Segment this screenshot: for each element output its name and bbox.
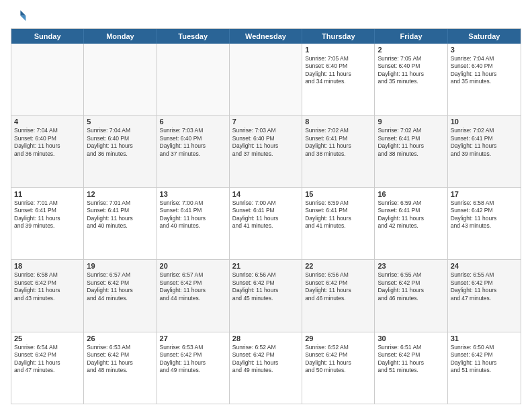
day-cell-21: 21Sunrise: 6:56 AM Sunset: 6:42 PM Dayli… xyxy=(230,260,302,331)
cell-content: Sunrise: 6:55 AM Sunset: 6:42 PM Dayligh… xyxy=(451,271,518,302)
day-number: 31 xyxy=(451,334,518,342)
empty-cell xyxy=(157,44,230,115)
logo-icon xyxy=(11,8,27,24)
day-cell-11: 11Sunrise: 7:01 AM Sunset: 6:41 PM Dayli… xyxy=(11,188,84,259)
day-cell-17: 17Sunrise: 6:58 AM Sunset: 6:42 PM Dayli… xyxy=(448,188,521,259)
day-number: 7 xyxy=(232,118,299,126)
day-number: 6 xyxy=(160,118,226,126)
empty-cell xyxy=(84,44,157,115)
day-cell-30: 30Sunrise: 6:51 AM Sunset: 6:42 PM Dayli… xyxy=(375,332,447,404)
cell-content: Sunrise: 7:02 AM Sunset: 6:41 PM Dayligh… xyxy=(451,127,518,158)
day-number: 30 xyxy=(378,334,444,342)
day-cell-25: 25Sunrise: 6:54 AM Sunset: 6:42 PM Dayli… xyxy=(11,332,84,404)
day-number: 20 xyxy=(160,262,226,270)
day-cell-5: 5Sunrise: 7:04 AM Sunset: 6:40 PM Daylig… xyxy=(84,116,157,187)
day-number: 8 xyxy=(305,118,371,126)
day-cell-1: 1Sunrise: 7:05 AM Sunset: 6:40 PM Daylig… xyxy=(302,44,375,115)
cell-content: Sunrise: 6:52 AM Sunset: 6:42 PM Dayligh… xyxy=(232,344,299,375)
cell-content: Sunrise: 6:59 AM Sunset: 6:41 PM Dayligh… xyxy=(378,199,444,230)
cell-content: Sunrise: 7:02 AM Sunset: 6:41 PM Dayligh… xyxy=(378,127,444,158)
day-number: 27 xyxy=(160,334,226,342)
day-cell-19: 19Sunrise: 6:57 AM Sunset: 6:42 PM Dayli… xyxy=(84,260,157,331)
day-number: 11 xyxy=(14,190,81,198)
cell-content: Sunrise: 7:05 AM Sunset: 6:40 PM Dayligh… xyxy=(378,55,444,86)
day-cell-23: 23Sunrise: 6:55 AM Sunset: 6:42 PM Dayli… xyxy=(375,260,447,331)
day-number: 3 xyxy=(451,46,518,54)
top-section xyxy=(11,8,521,24)
day-number: 10 xyxy=(451,118,518,126)
cell-content: Sunrise: 6:59 AM Sunset: 6:41 PM Dayligh… xyxy=(305,199,371,230)
cell-content: Sunrise: 6:54 AM Sunset: 6:42 PM Dayligh… xyxy=(14,344,81,375)
day-cell-16: 16Sunrise: 6:59 AM Sunset: 6:41 PM Dayli… xyxy=(375,188,447,259)
calendar-row-3: 11Sunrise: 7:01 AM Sunset: 6:41 PM Dayli… xyxy=(11,188,521,260)
cell-content: Sunrise: 6:57 AM Sunset: 6:42 PM Dayligh… xyxy=(87,271,153,302)
day-number: 24 xyxy=(451,262,518,270)
day-number: 25 xyxy=(14,334,81,342)
day-number: 19 xyxy=(87,262,153,270)
cell-content: Sunrise: 7:04 AM Sunset: 6:40 PM Dayligh… xyxy=(451,55,518,86)
day-number: 17 xyxy=(451,190,518,198)
header-cell-thursday: Thursday xyxy=(302,29,375,44)
day-cell-28: 28Sunrise: 6:52 AM Sunset: 6:42 PM Dayli… xyxy=(230,332,302,404)
day-number: 29 xyxy=(305,334,371,342)
cell-content: Sunrise: 6:53 AM Sunset: 6:42 PM Dayligh… xyxy=(160,344,226,375)
day-number: 12 xyxy=(87,190,153,198)
day-cell-6: 6Sunrise: 7:03 AM Sunset: 6:40 PM Daylig… xyxy=(157,116,230,187)
day-cell-2: 2Sunrise: 7:05 AM Sunset: 6:40 PM Daylig… xyxy=(375,44,447,115)
day-cell-8: 8Sunrise: 7:02 AM Sunset: 6:41 PM Daylig… xyxy=(302,116,375,187)
empty-cell xyxy=(11,44,84,115)
header-cell-wednesday: Wednesday xyxy=(230,29,302,44)
cell-content: Sunrise: 6:56 AM Sunset: 6:42 PM Dayligh… xyxy=(232,271,299,302)
cell-content: Sunrise: 7:04 AM Sunset: 6:40 PM Dayligh… xyxy=(14,127,81,158)
day-number: 2 xyxy=(378,46,444,54)
calendar-row-2: 4Sunrise: 7:04 AM Sunset: 6:40 PM Daylig… xyxy=(11,116,521,187)
day-cell-20: 20Sunrise: 6:57 AM Sunset: 6:42 PM Dayli… xyxy=(157,260,230,331)
calendar-row-5: 25Sunrise: 6:54 AM Sunset: 6:42 PM Dayli… xyxy=(11,332,521,404)
day-cell-24: 24Sunrise: 6:55 AM Sunset: 6:42 PM Dayli… xyxy=(448,260,521,331)
day-number: 4 xyxy=(14,118,81,126)
cell-content: Sunrise: 6:55 AM Sunset: 6:42 PM Dayligh… xyxy=(378,271,444,302)
cell-content: Sunrise: 7:00 AM Sunset: 6:41 PM Dayligh… xyxy=(232,199,299,230)
day-number: 5 xyxy=(87,118,153,126)
svg-marker-0 xyxy=(20,10,26,15)
cell-content: Sunrise: 6:50 AM Sunset: 6:42 PM Dayligh… xyxy=(451,344,518,375)
day-cell-29: 29Sunrise: 6:52 AM Sunset: 6:42 PM Dayli… xyxy=(302,332,375,404)
day-number: 18 xyxy=(14,262,81,270)
day-number: 21 xyxy=(232,262,299,270)
day-number: 28 xyxy=(232,334,299,342)
day-cell-3: 3Sunrise: 7:04 AM Sunset: 6:40 PM Daylig… xyxy=(448,44,521,115)
day-number: 14 xyxy=(232,190,299,198)
calendar-body: 1Sunrise: 7:05 AM Sunset: 6:40 PM Daylig… xyxy=(11,44,521,404)
cell-content: Sunrise: 6:57 AM Sunset: 6:42 PM Dayligh… xyxy=(160,271,226,302)
header-cell-tuesday: Tuesday xyxy=(157,29,230,44)
header-cell-monday: Monday xyxy=(84,29,157,44)
header-cell-friday: Friday xyxy=(375,29,447,44)
cell-content: Sunrise: 7:00 AM Sunset: 6:41 PM Dayligh… xyxy=(160,199,226,230)
cell-content: Sunrise: 7:03 AM Sunset: 6:40 PM Dayligh… xyxy=(160,127,226,158)
cell-content: Sunrise: 7:01 AM Sunset: 6:41 PM Dayligh… xyxy=(87,199,153,230)
cell-content: Sunrise: 6:53 AM Sunset: 6:42 PM Dayligh… xyxy=(87,344,153,375)
logo xyxy=(11,8,30,24)
calendar-row-4: 18Sunrise: 6:58 AM Sunset: 6:42 PM Dayli… xyxy=(11,260,521,332)
empty-cell xyxy=(230,44,302,115)
day-cell-22: 22Sunrise: 6:56 AM Sunset: 6:42 PM Dayli… xyxy=(302,260,375,331)
cell-content: Sunrise: 6:51 AM Sunset: 6:42 PM Dayligh… xyxy=(378,344,444,375)
day-cell-7: 7Sunrise: 7:03 AM Sunset: 6:40 PM Daylig… xyxy=(230,116,302,187)
cell-content: Sunrise: 7:03 AM Sunset: 6:40 PM Dayligh… xyxy=(232,127,299,158)
calendar-row-1: 1Sunrise: 7:05 AM Sunset: 6:40 PM Daylig… xyxy=(11,44,521,116)
day-number: 9 xyxy=(378,118,444,126)
day-number: 13 xyxy=(160,190,226,198)
svg-marker-1 xyxy=(20,15,26,21)
day-cell-18: 18Sunrise: 6:58 AM Sunset: 6:42 PM Dayli… xyxy=(11,260,84,331)
page: SundayMondayTuesdayWednesdayThursdayFrid… xyxy=(0,0,532,411)
cell-content: Sunrise: 7:04 AM Sunset: 6:40 PM Dayligh… xyxy=(87,127,153,158)
day-number: 26 xyxy=(87,334,153,342)
day-cell-12: 12Sunrise: 7:01 AM Sunset: 6:41 PM Dayli… xyxy=(84,188,157,259)
day-cell-9: 9Sunrise: 7:02 AM Sunset: 6:41 PM Daylig… xyxy=(375,116,447,187)
header-cell-sunday: Sunday xyxy=(11,29,84,44)
calendar-header: SundayMondayTuesdayWednesdayThursdayFrid… xyxy=(11,29,521,44)
cell-content: Sunrise: 6:58 AM Sunset: 6:42 PM Dayligh… xyxy=(451,199,518,230)
day-cell-31: 31Sunrise: 6:50 AM Sunset: 6:42 PM Dayli… xyxy=(448,332,521,404)
day-cell-4: 4Sunrise: 7:04 AM Sunset: 6:40 PM Daylig… xyxy=(11,116,84,187)
calendar: SundayMondayTuesdayWednesdayThursdayFrid… xyxy=(11,28,521,404)
